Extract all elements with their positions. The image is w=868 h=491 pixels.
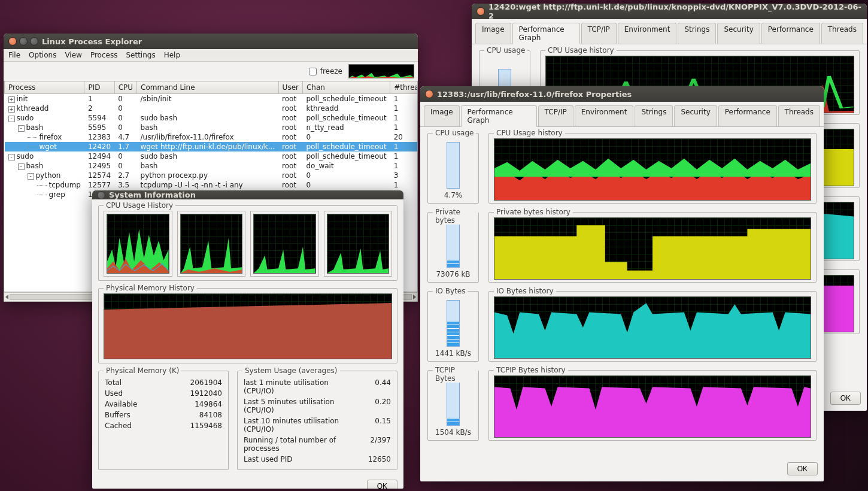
cpu-history-chart [494,138,811,201]
table-row[interactable]: wget124201.7wget http://ftp.uni-kl.de/pu… [5,142,418,151]
table-row[interactable]: -bash55950bashrootn_tty_read1 [5,123,418,132]
stat-value: 1912040 [171,389,222,398]
menu-help[interactable]: Help [164,51,180,59]
titlebar-sysinfo[interactable]: System Information [92,190,403,199]
table-row[interactable]: -sudo124940sudo bashrootpoll_schedule_ti… [5,151,418,161]
tab-performance-graph[interactable]: Performance Graph [512,23,580,44]
process-name: firefox [40,133,62,141]
stat-label: Used [105,389,156,398]
col-cpu[interactable]: CPU [114,81,136,94]
table-row[interactable]: +init10/sbin/initrootpoll_schedule_timeo… [5,94,418,104]
stat-value: 1159468 [171,422,222,430]
tcp-meter: 1504 kB/s [433,375,474,437]
freeze-bar: freeze [4,62,418,81]
stat-label: Last used PID [244,455,354,463]
cpu-history-legend: CPU Usage History [104,201,175,210]
titlebar-explorer[interactable]: Linux Process Explorer [4,34,418,49]
tab-threads[interactable]: Threads [778,105,820,126]
process-name: wget [40,143,57,151]
maximize-icon[interactable] [30,37,38,46]
process-name: python [36,171,61,180]
menu-settings[interactable]: Settings [126,51,155,59]
tab-strings[interactable]: Strings [635,105,673,126]
table-row[interactable]: -sudo55940sudo bashrootpoll_schedule_tim… [5,113,418,123]
tree-expander-icon[interactable]: - [8,116,15,122]
tab-strings[interactable]: Strings [678,23,716,44]
table-row[interactable]: -python125742.7python procexp.pyroot03 [5,171,418,180]
tree-expander-icon[interactable]: - [8,154,15,160]
tree-expander-icon[interactable]: + [8,106,15,113]
tab-security[interactable]: Security [674,105,717,126]
col-thread[interactable]: #thread [390,81,418,94]
mem-history-legend: Physical Memory History [104,284,197,292]
window-firefox-properties[interactable]: 12383:/usr/lib/firefox-11.0/firefox Prop… [420,86,824,481]
tab-performance[interactable]: Performance [761,23,820,44]
window-title: System Information [109,190,196,199]
process-name: sudo [17,114,34,122]
titlebar-firefox[interactable]: 12383:/usr/lib/firefox-11.0/firefox Prop… [420,86,824,102]
menu-view[interactable]: View [65,51,81,59]
freeze-checkbox[interactable] [309,68,317,75]
tree-expander-icon[interactable]: - [28,173,34,180]
table-row[interactable]: firefox123834.7/usr/lib/firefox-11.0/fir… [5,132,418,142]
tab-performance-graph[interactable]: Performance Graph [461,105,537,127]
process-name: init [17,95,28,103]
close-icon[interactable] [8,37,17,46]
cpu-usage-label: CPU usage [484,46,527,54]
menu-options[interactable]: Options [29,51,56,59]
table-row[interactable]: +kthreadd20rootkthreadd1 [5,104,418,113]
tab-tcpip[interactable]: TCP/IP [581,23,617,44]
col-cmd[interactable]: Command Line [137,81,279,94]
tab-tcpip[interactable]: TCP/IP [538,105,573,126]
stat-label: Cached [105,422,156,430]
tabs-firefox: Image Performance Graph TCP/IP Environme… [420,102,824,127]
col-chan[interactable]: Chan [302,81,390,94]
table-row[interactable]: tcpdump125773.5tcpdump -U -l -q -nn -t -… [5,180,418,190]
cpu-core-chart [104,211,172,277]
tcp-history-chart [494,375,811,438]
titlebar-wget[interactable]: 12420:wget http://ftp.uni-kl.de/pub/linu… [472,4,867,19]
tab-security[interactable]: Security [717,23,760,44]
process-name: bash [26,162,44,170]
close-icon[interactable] [97,191,105,199]
io-value: 1441 kB/s [435,349,471,357]
mini-cpu-chart [348,64,414,78]
col-user[interactable]: User [278,81,302,94]
menubar: File Options View Process Settings Help [4,49,418,62]
pb-meter: 73076 kB [433,217,474,278]
window-title: 12420:wget http://ftp.uni-kl.de/pub/linu… [488,4,862,20]
cpu-core-chart [250,211,319,277]
tab-image[interactable]: Image [475,23,511,44]
tcp-label: TCPIP Bytes [433,366,478,383]
col-pid[interactable]: PID [84,81,114,94]
table-row[interactable]: -bash124950bashrootdo_wait1 [5,161,418,171]
stat-value: 84108 [171,411,222,419]
tab-environment[interactable]: Environment [618,23,677,44]
ok-button[interactable]: OK [367,480,397,489]
col-process[interactable]: Process [5,81,84,94]
tree-expander-icon[interactable]: - [18,125,25,132]
close-icon[interactable] [425,90,433,98]
ok-button[interactable]: OK [787,462,818,475]
ok-button[interactable]: OK [830,392,861,405]
tab-threads[interactable]: Threads [821,23,863,44]
cpu-core-chart [177,211,246,277]
tab-image[interactable]: Image [424,105,460,126]
pb-value: 73076 kB [436,270,470,278]
cpu-history-group: CPU Usage History [98,205,397,281]
process-name: grep [49,190,65,199]
scroll-right-icon[interactable] [413,295,416,299]
process-name: bash [26,123,44,132]
tab-performance[interactable]: Performance [718,105,777,126]
menu-file[interactable]: File [8,51,20,59]
menu-process[interactable]: Process [90,51,118,59]
cpu-core-chart [324,211,393,277]
tree-expander-icon[interactable]: + [8,96,15,103]
window-system-information[interactable]: System Information CPU Usage History [92,190,403,489]
tree-expander-icon[interactable]: - [18,163,25,170]
close-icon[interactable] [477,7,485,16]
tab-environment[interactable]: Environment [575,105,634,126]
minimize-icon[interactable] [19,37,28,46]
stat-label: Last 5 minutes utilisation (CPU/IO) [244,398,354,414]
scroll-left-icon[interactable] [5,295,8,299]
